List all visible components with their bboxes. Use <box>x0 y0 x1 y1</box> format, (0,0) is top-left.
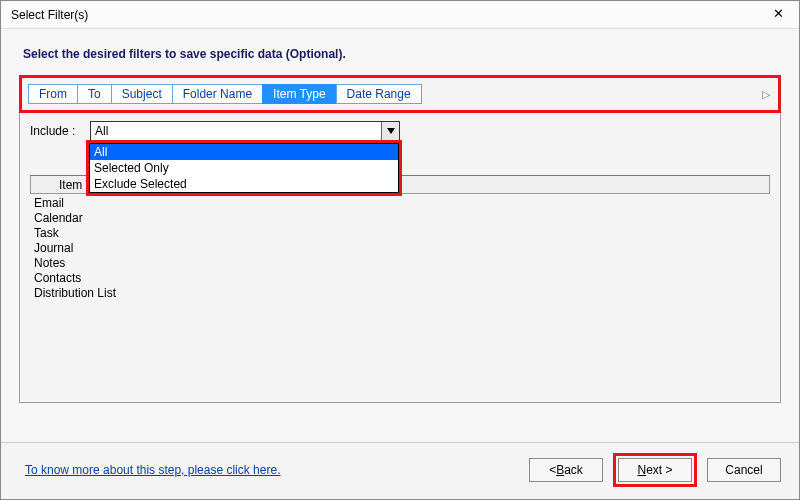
tabs-highlight: From To Subject Folder Name Item Type Da… <box>19 75 781 113</box>
include-dropdown-highlight: All Selected Only Exclude Selected <box>86 140 402 196</box>
include-option-selected[interactable]: Selected Only <box>90 160 398 176</box>
list-item[interactable]: Email <box>34 196 766 211</box>
include-row: Include : All All Selected Only Exclude … <box>30 121 770 141</box>
cancel-button[interactable]: Cancel <box>707 458 781 482</box>
tab-subject[interactable]: Subject <box>111 84 173 104</box>
next-button-highlight: Next > <box>613 453 697 487</box>
filter-tabs: From To Subject Folder Name Item Type Da… <box>28 84 772 104</box>
titlebar: Select Filter(s) ✕ <box>1 1 799 29</box>
include-value: All <box>95 124 108 138</box>
tabs-scroll-right-icon[interactable]: ▷ <box>762 88 770 101</box>
tab-date-range[interactable]: Date Range <box>336 84 422 104</box>
list-item[interactable]: Task <box>34 226 766 241</box>
list-item[interactable]: Notes <box>34 256 766 271</box>
help-link[interactable]: To know more about this step, please cli… <box>25 463 280 477</box>
include-option-exclude[interactable]: Exclude Selected <box>90 176 398 192</box>
tab-to[interactable]: To <box>77 84 112 104</box>
tab-item-type[interactable]: Item Type <box>262 84 336 104</box>
dialog-content: Select the desired filters to save speci… <box>1 29 799 442</box>
back-button[interactable]: < Back <box>529 458 603 482</box>
instruction-text: Select the desired filters to save speci… <box>23 47 781 61</box>
close-icon[interactable]: ✕ <box>765 5 791 25</box>
grid-rows: Email Calendar Task Journal Notes Contac… <box>30 194 770 303</box>
list-item[interactable]: Calendar <box>34 211 766 226</box>
item-type-panel: Include : All All Selected Only Exclude … <box>19 113 781 403</box>
select-filters-dialog: Select Filter(s) ✕ Select the desired fi… <box>0 0 800 500</box>
window-title: Select Filter(s) <box>11 8 88 22</box>
button-row: < Back Next > Cancel <box>529 453 781 487</box>
include-option-all[interactable]: All <box>90 144 398 160</box>
list-item[interactable]: Distribution List <box>34 286 766 301</box>
chevron-down-icon <box>381 122 399 140</box>
next-button[interactable]: Next > <box>618 458 692 482</box>
list-item[interactable]: Journal <box>34 241 766 256</box>
include-label: Include : <box>30 124 84 138</box>
dialog-footer: To know more about this step, please cli… <box>1 442 799 499</box>
include-dropdown[interactable]: All Selected Only Exclude Selected <box>89 143 399 193</box>
list-item[interactable]: Contacts <box>34 271 766 286</box>
tab-from[interactable]: From <box>28 84 78 104</box>
tab-folder-name[interactable]: Folder Name <box>172 84 263 104</box>
include-combobox[interactable]: All <box>90 121 400 141</box>
